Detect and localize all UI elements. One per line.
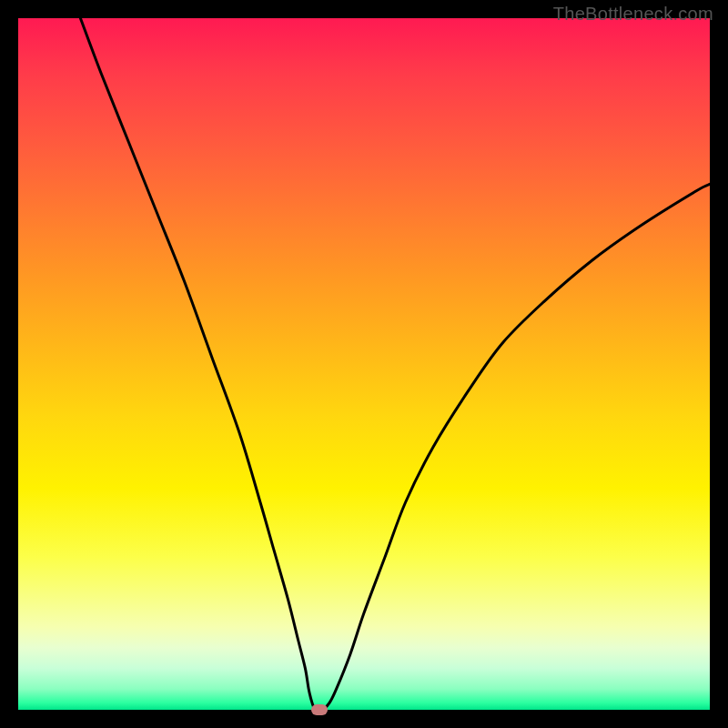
bottleneck-curve — [80, 18, 710, 710]
curve-svg — [18, 18, 710, 710]
chart-container: TheBottleneck.com — [0, 0, 728, 728]
plot-area — [18, 18, 710, 710]
watermark-text: TheBottleneck.com — [553, 4, 713, 25]
marker-dot — [311, 704, 328, 715]
